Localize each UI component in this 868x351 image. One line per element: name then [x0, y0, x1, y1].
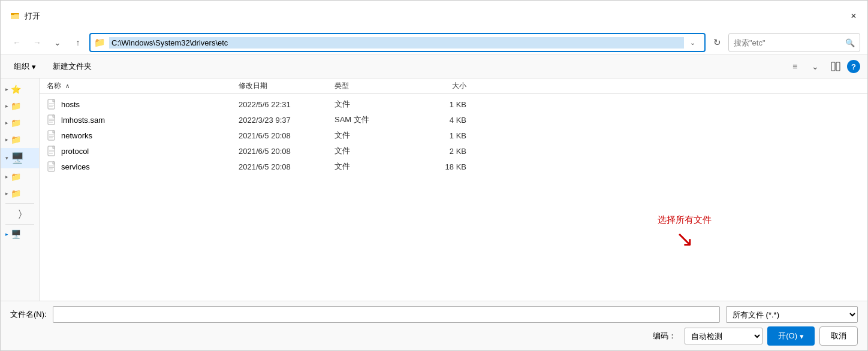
sidebar-item-7[interactable]: ▸ 🖥️	[1, 226, 39, 243]
file-name: lmhosts.sam	[61, 116, 239, 125]
file-type: SAM 文件	[334, 114, 418, 125]
table-row[interactable]: hosts 2022/5/6 22:31 文件 1 KB	[40, 96, 867, 112]
file-size: 4 KB	[418, 116, 478, 125]
col-header-date[interactable]: 修改日期	[239, 81, 334, 91]
search-bar: 🔍	[728, 33, 860, 52]
address-dropdown-button[interactable]: ⌄	[684, 34, 701, 51]
encoding-label: 编码：	[653, 331, 676, 341]
title-bar: 打开 ×	[1, 1, 867, 31]
new-folder-button[interactable]: 新建文件夹	[47, 59, 98, 74]
chevron-icon-0: ▸	[5, 86, 8, 92]
file-date: 2021/6/5 20:08	[239, 147, 334, 156]
filename-label: 文件名(N):	[10, 309, 47, 320]
chevron-icon-7: ▸	[5, 231, 8, 237]
cancel-button[interactable]: 取消	[819, 326, 858, 346]
open-button-label: 开(O)	[778, 331, 797, 341]
up-button[interactable]: ↑	[69, 34, 87, 52]
svg-rect-4	[836, 62, 840, 71]
pane-button[interactable]	[827, 58, 845, 75]
file-type: 文件	[334, 146, 418, 156]
sidebar-icon-3: 📁	[11, 135, 21, 144]
sidebar-icon-4: 🖥️	[11, 152, 24, 165]
file-icon	[47, 99, 58, 110]
col-header-type[interactable]: 类型	[334, 81, 418, 91]
encoding-select[interactable]: 自动检测	[685, 328, 762, 344]
organize-button[interactable]: 组织 ▾	[8, 59, 42, 74]
file-name: hosts	[61, 100, 239, 109]
view-menu-button[interactable]: ≡	[786, 58, 804, 75]
filename-row: 文件名(N): 所有文件 (*.*)	[10, 306, 858, 323]
folder-icon: 📁	[94, 37, 106, 48]
help-button[interactable]: ?	[847, 60, 860, 73]
chevron-icon-6: ▸	[5, 190, 8, 196]
file-icon	[47, 161, 58, 172]
sidebar-item-0[interactable]: ▸ ⭐	[1, 81, 39, 98]
sidebar-item-expand-btn[interactable]: 〉	[1, 205, 39, 223]
chevron-icon-1: ▸	[5, 103, 8, 109]
cancel-button-label: 取消	[831, 331, 846, 340]
search-input[interactable]	[734, 38, 843, 47]
file-type: 文件	[334, 130, 418, 141]
sidebar-item-3[interactable]: ▸ 📁	[1, 131, 39, 148]
expand-icon: 〉	[19, 208, 22, 219]
file-size: 2 KB	[418, 147, 478, 156]
search-icon: 🔍	[845, 38, 855, 47]
address-input[interactable]	[109, 37, 684, 49]
sidebar-separator-1	[5, 203, 34, 204]
sidebar-item-5[interactable]: ▸ 📁	[1, 168, 39, 185]
dialog-icon	[10, 11, 20, 21]
sidebar-separator-2	[5, 224, 34, 225]
svg-rect-1	[11, 14, 19, 19]
sidebar-icon-7: 🖥️	[11, 229, 21, 239]
file-area: 名称 ∧ 修改日期 类型 大小	[40, 78, 867, 301]
filename-input[interactable]	[53, 306, 720, 323]
refresh-button[interactable]: ↻	[708, 34, 726, 52]
file-size: 1 KB	[418, 131, 478, 140]
sidebar-icon-2: 📁	[11, 118, 21, 128]
table-row[interactable]: networks 2021/6/5 20:08 文件 1 KB	[40, 128, 867, 143]
pane-icon	[831, 62, 840, 71]
navigation-bar: ← → ⌄ ↑ 📁 ⌄ ↻ 🔍	[1, 31, 867, 55]
file-name: protocol	[61, 147, 239, 156]
chevron-icon-3: ▸	[5, 137, 8, 143]
file-type: 文件	[334, 99, 418, 110]
file-date: 2021/6/5 20:08	[239, 131, 334, 140]
back-button[interactable]: ←	[8, 34, 26, 52]
chevron-icon-5: ▸	[5, 174, 8, 180]
filetype-select[interactable]: 所有文件 (*.*)	[726, 306, 858, 323]
col-header-size[interactable]: 大小	[418, 81, 478, 91]
table-row[interactable]: services 2021/6/5 20:08 文件 18 KB	[40, 159, 867, 174]
file-icon	[47, 114, 58, 125]
address-bar: 📁 ⌄	[89, 33, 706, 52]
svg-rect-2	[11, 13, 14, 15]
sidebar-item-4[interactable]: ▾ 🖥️	[1, 148, 39, 168]
sidebar-item-6[interactable]: ▸ 📁	[1, 185, 39, 202]
close-button[interactable]: ×	[840, 7, 867, 26]
file-icon	[47, 146, 58, 156]
actions-row: 编码： 自动检测 开(O) ▾ 取消	[10, 326, 858, 346]
open-file-dialog: 打开 × ← → ⌄ ↑ 📁 ⌄ ↻ 🔍 组织 ▾ 新建文件夹 ≡ ⌄	[0, 0, 868, 351]
file-type: 文件	[334, 161, 418, 172]
dialog-title: 打开	[25, 11, 840, 22]
forward-button[interactable]: →	[28, 34, 46, 52]
sidebar-icon-1: 📁	[11, 101, 21, 111]
open-dropdown-icon: ▾	[800, 332, 804, 341]
table-row[interactable]: lmhosts.sam 2022/3/23 9:37 SAM 文件 4 KB	[40, 112, 867, 128]
chevron-icon-2: ▸	[5, 120, 8, 126]
recent-locations-button[interactable]: ⌄	[49, 34, 67, 52]
open-button[interactable]: 开(O) ▾	[767, 326, 815, 346]
dropdown-view-button[interactable]: ⌄	[806, 58, 824, 75]
sidebar-item-2[interactable]: ▸ 📁	[1, 114, 39, 131]
sidebar-item-1[interactable]: ▸ 📁	[1, 98, 39, 114]
file-list-body: hosts 2022/5/6 22:31 文件 1 KB lmhosts.sam…	[40, 94, 867, 301]
col-header-name[interactable]: 名称 ∧	[47, 81, 239, 91]
toolbar-right: ≡ ⌄ ?	[786, 58, 860, 75]
svg-rect-3	[831, 62, 835, 71]
new-folder-label: 新建文件夹	[53, 61, 92, 72]
file-date: 2021/6/5 20:08	[239, 162, 334, 171]
sort-icon-name: ∧	[65, 83, 70, 89]
table-row[interactable]: protocol 2021/6/5 20:08 文件 2 KB	[40, 143, 867, 159]
file-name: services	[61, 162, 239, 171]
file-list-header: 名称 ∧ 修改日期 类型 大小	[40, 78, 867, 94]
sidebar: ▸ ⭐ ▸ 📁 ▸ 📁 ▸ 📁 ▾ 🖥️ ▸ 📁	[1, 78, 40, 301]
